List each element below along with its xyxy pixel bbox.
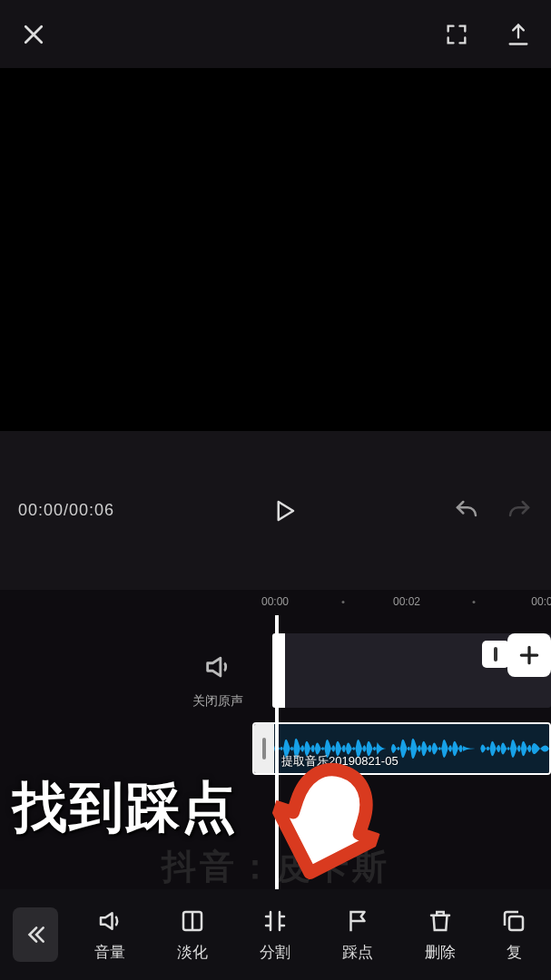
tool-label: 淡化 bbox=[177, 942, 208, 963]
clip-end-handle[interactable] bbox=[482, 641, 509, 668]
top-bar bbox=[0, 0, 551, 68]
fade-icon bbox=[179, 907, 206, 935]
tool-label: 音量 bbox=[94, 942, 125, 963]
copy-icon bbox=[500, 907, 527, 935]
speaker-icon bbox=[202, 652, 233, 682]
play-icon[interactable] bbox=[271, 497, 298, 524]
redo-icon[interactable] bbox=[506, 497, 533, 524]
split-icon bbox=[261, 907, 289, 935]
close-icon[interactable] bbox=[20, 21, 47, 48]
ruler-tick: 00:0 bbox=[531, 595, 551, 608]
svg-rect-1 bbox=[509, 916, 523, 930]
video-preview[interactable] bbox=[0, 68, 551, 431]
undo-icon[interactable] bbox=[453, 497, 480, 524]
ruler-dot bbox=[342, 601, 345, 603]
bottom-toolbar: 音量 淡化 分割 踩点 删除 bbox=[0, 889, 551, 980]
export-icon[interactable] bbox=[506, 22, 531, 47]
tool-label: 踩点 bbox=[342, 942, 373, 963]
flag-icon bbox=[344, 907, 371, 935]
audio-start-handle[interactable] bbox=[254, 724, 274, 773]
mute-label: 关闭原声 bbox=[168, 693, 268, 710]
timecode: 00:00/00:06 bbox=[18, 501, 114, 520]
fullscreen-icon[interactable] bbox=[444, 22, 469, 47]
tool-label: 复 bbox=[507, 942, 522, 963]
tool-beat[interactable]: 踩点 bbox=[317, 907, 398, 963]
collapse-toolbar-button[interactable] bbox=[13, 907, 58, 962]
volume-icon bbox=[96, 907, 123, 935]
ruler-tick: 00:00 bbox=[261, 595, 289, 608]
tool-copy[interactable]: 复 bbox=[482, 907, 546, 963]
transport-bar: 00:00/00:06 bbox=[0, 431, 551, 590]
tool-fade[interactable]: 淡化 bbox=[152, 907, 233, 963]
tool-delete[interactable]: 删除 bbox=[399, 907, 481, 963]
ruler-tick: 00:02 bbox=[393, 595, 420, 608]
mute-original-sound[interactable]: 关闭原声 bbox=[168, 652, 268, 710]
annotation-text: 找到踩点 bbox=[13, 771, 238, 845]
tool-label: 分割 bbox=[260, 942, 290, 963]
add-clip-button[interactable] bbox=[507, 633, 551, 677]
timeline-ruler[interactable]: 00:00 00:02 00:0 bbox=[0, 590, 551, 615]
tool-volume[interactable]: 音量 bbox=[69, 907, 151, 963]
trash-icon bbox=[427, 907, 454, 935]
tool-label: 删除 bbox=[425, 942, 456, 963]
tool-split[interactable]: 分割 bbox=[234, 907, 316, 963]
ruler-dot bbox=[473, 601, 476, 603]
